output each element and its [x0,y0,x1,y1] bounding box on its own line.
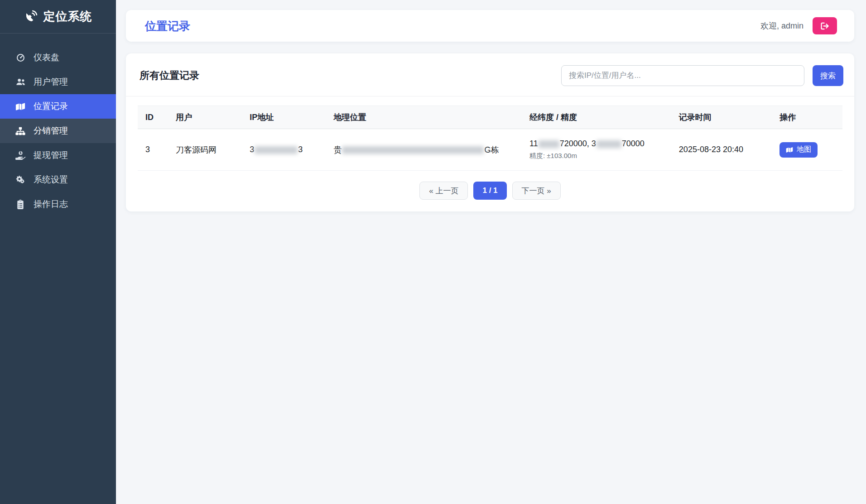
logout-button[interactable] [813,17,837,34]
sidebar-item-label: 位置记录 [34,101,68,112]
clipboard-icon [15,200,26,209]
sidebar-item-label: 提现管理 [34,149,68,161]
column-header-location: 地理位置 [326,106,522,129]
column-header-id: ID [138,106,168,129]
sidebar-item-location-records[interactable]: 位置记录 [0,94,116,119]
prev-page-button[interactable]: « 上一页 [419,182,468,200]
sidebar-item-label: 仪表盘 [34,52,59,63]
column-header-coordinates: 经纬度 / 精度 [522,106,671,129]
cell-location: 贵G栋 [326,129,522,171]
current-page-indicator: 1 / 1 [473,182,506,200]
panel-header: 所有位置记录 搜索 [126,53,854,96]
map-button-label: 地图 [797,145,811,154]
column-header-ip: IP地址 [242,106,326,129]
satellite-dish-icon [24,10,38,24]
users-icon [15,78,26,86]
column-header-time: 记录时间 [671,106,772,129]
header-right: 欢迎, admin [760,17,837,34]
ip-redacted-blur [255,146,298,154]
sidebar-item-distribution[interactable]: 分销管理 [0,119,116,143]
sidebar-item-label: 分销管理 [34,125,68,137]
welcome-text: 欢迎, admin [760,20,803,31]
map-marked-icon [786,147,793,153]
map-button[interactable]: 地图 [779,142,818,158]
sitemap-icon [15,127,26,135]
table-row: 3 刀客源码网 33 贵G栋 11720000, 370000 精度: ±103… [138,129,842,171]
cell-id: 3 [138,129,168,171]
coordinates-line: 11720000, 370000 [529,139,667,149]
cell-user: 刀客源码网 [168,129,242,171]
location-redacted-blur [342,146,484,154]
coord-redacted-blur [539,140,559,148]
app-title: 定位系统 [43,9,92,24]
search-input[interactable] [561,65,804,86]
sidebar-item-label: 用户管理 [34,76,68,88]
sidebar-item-logs[interactable]: 操作日志 [0,192,116,216]
sidebar-nav: 仪表盘 用户管理 位置记录 [0,34,116,216]
next-page-button[interactable]: 下一页 » [512,182,561,200]
hand-dollar-icon [15,151,26,160]
table-header-row: ID 用户 IP地址 地理位置 经纬度 / 精度 记录时间 操作 [138,106,842,129]
records-table-wrap: ID 用户 IP地址 地理位置 经纬度 / 精度 记录时间 操作 3 刀客源码网… [126,96,854,200]
search-group: 搜索 [561,65,843,86]
sign-out-icon [820,22,830,30]
column-header-actions: 操作 [772,106,842,129]
gears-icon [15,175,26,184]
sidebar-item-settings[interactable]: 系统设置 [0,168,116,192]
sidebar-item-withdrawals[interactable]: 提现管理 [0,143,116,168]
app-logo: 定位系统 [0,0,116,34]
map-marked-icon [15,102,26,111]
coord-redacted-blur [597,140,621,148]
cell-actions: 地图 [772,129,842,171]
accuracy-text: 精度: ±103.00m [529,152,667,160]
sidebar-item-label: 操作日志 [34,198,68,210]
cell-coordinates: 11720000, 370000 精度: ±103.00m [522,129,671,171]
sidebar-item-dashboard[interactable]: 仪表盘 [0,45,116,70]
page-title: 位置记录 [145,19,190,34]
records-table: ID 用户 IP地址 地理位置 经纬度 / 精度 记录时间 操作 3 刀客源码网… [138,106,842,171]
sidebar-item-label: 系统设置 [34,174,68,186]
cell-ip: 33 [242,129,326,171]
panel-title: 所有位置记录 [140,69,199,82]
records-panel: 所有位置记录 搜索 ID 用户 IP地址 地理位置 经纬度 / [126,53,854,211]
page-header: 位置记录 欢迎, admin [126,10,854,42]
sidebar: 定位系统 仪表盘 用户管理 [0,0,116,504]
sidebar-item-users[interactable]: 用户管理 [0,70,116,94]
pagination: « 上一页 1 / 1 下一页 » [138,182,842,200]
main-content: 位置记录 欢迎, admin 所有位置记录 搜索 [116,0,866,504]
column-header-user: 用户 [168,106,242,129]
search-button[interactable]: 搜索 [813,65,843,86]
gauge-icon [15,53,26,62]
cell-time: 2025-08-23 20:40 [671,129,772,171]
